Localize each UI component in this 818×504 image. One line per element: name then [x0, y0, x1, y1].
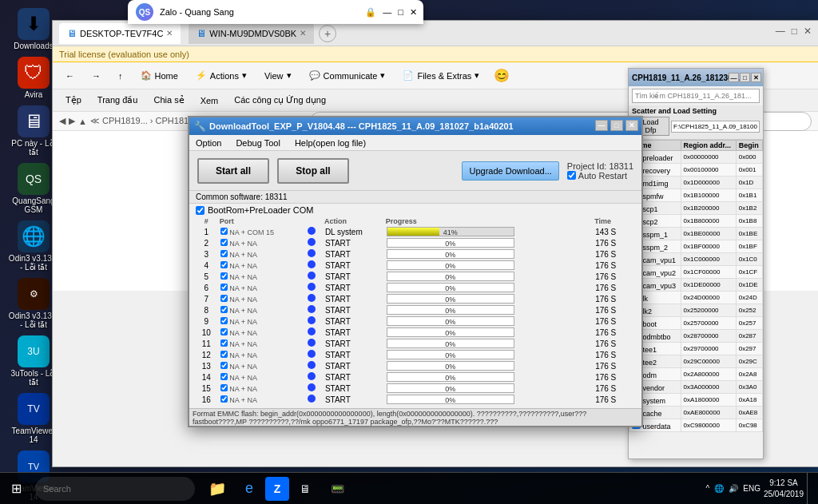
- minimize-icon[interactable]: —: [383, 7, 391, 18]
- files-extras-button[interactable]: 📄 Files & Extras ▾: [396, 68, 486, 83]
- dt-minimize[interactable]: —: [595, 120, 608, 131]
- scatter-row-name: lk2: [643, 308, 653, 315]
- browser-minimize[interactable]: —: [776, 26, 785, 37]
- taskbar-icon-zalo[interactable]: Z: [265, 477, 289, 501]
- start-all-button[interactable]: Start all: [197, 158, 269, 184]
- dt-menu-option[interactable]: Option: [193, 137, 224, 149]
- nav-arrow-up[interactable]: ▲: [78, 117, 87, 126]
- row-check[interactable]: [220, 373, 228, 380]
- maximize-icon[interactable]: □: [398, 7, 403, 18]
- scatter-row-addr: 0x1BF00000: [681, 240, 736, 253]
- row-check[interactable]: [220, 339, 228, 347]
- row-check[interactable]: [220, 351, 228, 358]
- row-check[interactable]: [220, 328, 228, 335]
- files-dropdown-icon: ▾: [475, 70, 479, 81]
- scatter-row-name: scp2: [643, 218, 658, 226]
- time-display: 9:12 SA: [764, 478, 804, 489]
- taskbar-icon-explorer[interactable]: 📁: [201, 473, 233, 505]
- dt-table-row: 14 NA + NA START 0% 176 S: [194, 371, 637, 383]
- common-software: Common software: 18311: [189, 191, 641, 204]
- scatter-titlebar: CPH1819_11_A.26_181230_... — □ ✕: [629, 69, 763, 86]
- scatter-row-name: vendor: [643, 384, 665, 392]
- view-tab-btn[interactable]: Xem: [194, 93, 225, 108]
- scatter-row-name: lk: [643, 295, 649, 303]
- scatter-row-name: cam_vpu2: [643, 269, 677, 277]
- show-desktop-button[interactable]: [807, 473, 812, 505]
- taskbar-icon-teamviewer[interactable]: 🖥: [289, 473, 321, 505]
- row-check[interactable]: [220, 272, 228, 280]
- dt-table-row: 9 NA + NA START 0% 176 S: [194, 315, 637, 327]
- up-button[interactable]: ↑: [112, 69, 129, 83]
- communicate-button[interactable]: 💬 Communicate ▾: [303, 68, 392, 83]
- load-dfp-path[interactable]: [671, 121, 760, 133]
- row-check[interactable]: [220, 228, 228, 235]
- browser-window-controls: — □ ✕: [776, 26, 812, 37]
- time-block[interactable]: 9:12 SA 25/04/2019: [764, 478, 804, 500]
- row-check[interactable]: [220, 395, 228, 403]
- new-btn[interactable]: Tệp: [59, 93, 88, 108]
- nav-arrow-left[interactable]: ◀: [59, 116, 66, 126]
- start-button[interactable]: ⊞: [0, 473, 32, 505]
- tab-close-2[interactable]: ✕: [300, 29, 306, 38]
- home-button[interactable]: 🏠 Home: [134, 68, 185, 83]
- row-check[interactable]: [220, 261, 228, 268]
- row-check[interactable]: [220, 284, 228, 291]
- dt-close[interactable]: ✕: [625, 120, 638, 131]
- taskbar-search[interactable]: [35, 477, 195, 501]
- scatter-maximize[interactable]: □: [740, 73, 750, 82]
- row-check[interactable]: [220, 384, 228, 391]
- row-check[interactable]: [220, 295, 228, 302]
- stop-button[interactable]: Stop all: [277, 158, 349, 184]
- bootrom-checkbox[interactable]: [196, 206, 204, 215]
- row-num: 8: [194, 304, 219, 315]
- home-icon: 🏠: [141, 70, 152, 81]
- row-port: NA + NA: [219, 293, 307, 304]
- zalo-window[interactable]: QS Zalo - Quang Sang 🔒 — □ ✕: [128, 0, 423, 24]
- browser-tab-1[interactable]: 🖥 DESKTOP-TEV7F4C ✕: [59, 23, 181, 44]
- forward-button[interactable]: →: [85, 69, 107, 83]
- view-button[interactable]: View ▾: [258, 68, 298, 83]
- browser-tab-2[interactable]: 🖥 WIN-MU9DMDVS0BK ✕: [189, 23, 314, 44]
- back-button[interactable]: ←: [59, 69, 81, 83]
- nav-arrow-right[interactable]: ▶: [69, 116, 75, 126]
- dt-menu-help[interactable]: Help(open log file): [292, 137, 369, 149]
- actions-button[interactable]: ⚡ Actions ▾: [189, 68, 253, 83]
- scatter-close[interactable]: ✕: [751, 73, 761, 82]
- browser-close[interactable]: ✕: [804, 26, 812, 37]
- row-check[interactable]: [220, 239, 228, 246]
- scatter-row-addr: 0xC9800000: [681, 419, 736, 432]
- new-tab-button[interactable]: +: [319, 25, 336, 42]
- row-port: NA + NA: [219, 327, 307, 338]
- scatter-panel: CPH1819_11_A.26_181230_... — □ ✕ Scatter…: [628, 68, 764, 459]
- close-icon[interactable]: ✕: [410, 7, 417, 18]
- share-btn[interactable]: Chia sẻ: [147, 93, 190, 108]
- tab-close-1[interactable]: ✕: [166, 29, 173, 38]
- row-check[interactable]: [220, 317, 228, 324]
- row-check[interactable]: [220, 250, 228, 257]
- row-num: 1: [194, 226, 219, 237]
- scatter-table-row: scp1 0x1B200000 0x1B2: [629, 202, 763, 215]
- tools-btn[interactable]: Các công cụ Ứng dụng: [228, 93, 332, 108]
- auto-restart-checkbox[interactable]: [567, 171, 576, 180]
- scatter-row-name: tee1: [643, 346, 657, 354]
- zalo-avatar: QS: [136, 3, 153, 21]
- row-port: NA + NA: [219, 371, 307, 383]
- row-status: 176 S: [594, 371, 637, 383]
- dt-menu-debug[interactable]: Debug Tool: [232, 137, 283, 149]
- upgrade-button[interactable]: Upgrade Download...: [462, 161, 558, 181]
- scatter-row-begin: 0xC98: [736, 419, 762, 432]
- row-check[interactable]: [220, 306, 228, 313]
- browser-maximize[interactable]: □: [792, 26, 797, 37]
- scatter-search-input[interactable]: [632, 89, 760, 103]
- homepage-btn[interactable]: Trang đầu: [91, 93, 145, 108]
- dt-toolbar: Start all Stop all Upgrade Download... P…: [189, 151, 641, 191]
- taskbar-icon-edge[interactable]: e: [233, 473, 265, 505]
- scatter-row-name: scp1: [643, 205, 658, 213]
- row-action: START: [324, 338, 385, 349]
- row-progress: 0%: [385, 383, 594, 394]
- taskbar-icon-other[interactable]: 📟: [321, 473, 353, 505]
- tray-arrow[interactable]: ^: [706, 484, 710, 493]
- row-check[interactable]: [220, 362, 228, 369]
- dt-maximize[interactable]: □: [610, 120, 623, 131]
- scatter-minimize[interactable]: —: [729, 73, 739, 82]
